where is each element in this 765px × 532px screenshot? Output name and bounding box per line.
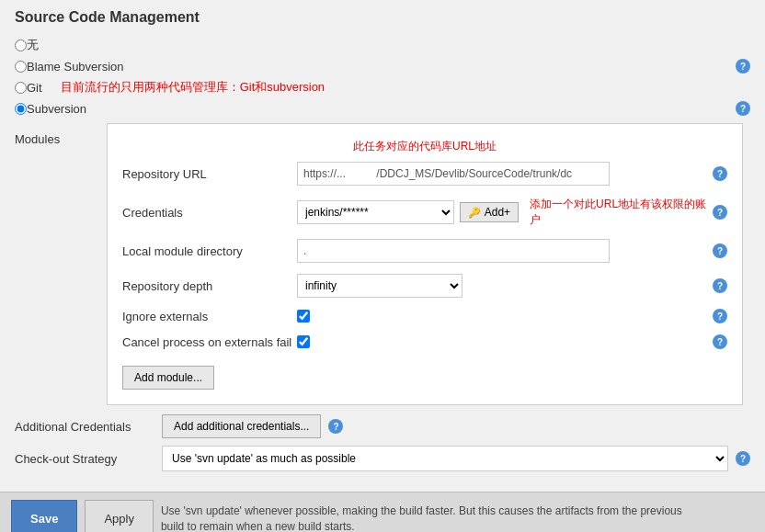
checkout-strategy-row: Check-out Strategy Use 'svn update' as m… — [15, 446, 750, 471]
local-dir-row: Local module directory ? — [122, 239, 727, 263]
ignore-externals-label: Ignore externals — [122, 310, 297, 323]
key-icon: 🔑 — [468, 207, 481, 219]
modules-label: Modules — [15, 123, 107, 146]
add-credentials-button[interactable]: 🔑 Add+ — [460, 202, 519, 222]
checkout-strategy-select[interactable]: Use 'svn update' as much as possible Alw… — [162, 446, 728, 471]
ignore-externals-control: ? — [297, 309, 727, 323]
ignore-externals-checkbox[interactable] — [297, 310, 310, 323]
add-btn-label: Add+ — [485, 206, 510, 219]
option-none-label: 无 — [27, 37, 39, 53]
credentials-select[interactable]: jenkins/****** — [297, 200, 454, 224]
repo-depth-select[interactable]: infinity files immediates empty — [297, 274, 462, 298]
add-module-button[interactable]: Add module... — [122, 366, 214, 390]
repo-depth-control: infinity files immediates empty ? — [297, 274, 727, 298]
local-dir-control: ? — [297, 239, 727, 263]
subversion-help-icon[interactable]: ? — [736, 101, 750, 116]
option-blame-radio[interactable] — [15, 61, 27, 73]
option-subversion-row: Subversion ? — [15, 101, 750, 116]
ignore-externals-row: Ignore externals ? — [122, 309, 727, 323]
option-blame-row: Blame Subversion ? — [15, 59, 750, 74]
url-annotation: 此任务对应的代码库URL地址 — [122, 139, 727, 154]
apply-button[interactable]: Apply — [85, 500, 154, 532]
repo-depth-row: Repository depth infinity files immediat… — [122, 274, 727, 298]
credentials-help-icon[interactable]: ? — [713, 205, 727, 220]
checkout-help-icon[interactable]: ? — [736, 451, 750, 466]
cancel-process-label: Cancel process on externals fail — [122, 335, 297, 349]
add-additional-cred-button[interactable]: Add additional credentials... — [162, 414, 321, 438]
save-button[interactable]: Save — [11, 500, 77, 532]
git-annotation: 目前流行的只用两种代码管理库：Git和subversion — [61, 79, 325, 96]
option-subversion-radio[interactable] — [15, 103, 27, 115]
option-git-label: Git — [27, 81, 42, 95]
repo-url-control: ? — [297, 162, 727, 186]
page-title: Source Code Management — [15, 9, 750, 26]
ignore-externals-help-icon[interactable]: ? — [713, 309, 727, 323]
cancel-process-control: ? — [297, 334, 727, 349]
repo-depth-help-icon[interactable]: ? — [713, 278, 727, 293]
repo-url-row: Repository URL ? — [122, 162, 727, 186]
blame-help-icon[interactable]: ? — [736, 59, 750, 74]
local-dir-label: Local module directory — [122, 244, 297, 258]
local-dir-input[interactable] — [297, 239, 610, 263]
scm-options-group: 无 Blame Subversion ? Git 目前流行的只用两种代码管理库：… — [15, 37, 750, 116]
option-git-radio[interactable] — [15, 82, 27, 94]
option-git-row: Git 目前流行的只用两种代码管理库：Git和subversion — [15, 79, 750, 96]
cancel-process-help-icon[interactable]: ? — [713, 334, 727, 349]
local-dir-help-icon[interactable]: ? — [713, 243, 727, 258]
cancel-process-checkbox[interactable] — [297, 335, 310, 348]
bottom-section: Additional Credentials Add additional cr… — [15, 414, 750, 471]
cancel-process-row: Cancel process on externals fail ? — [122, 334, 727, 349]
credentials-annotation: 添加一个对此URL地址有该权限的账户 — [530, 197, 707, 228]
footer-bar: Save Apply Use 'svn update' whenever pos… — [0, 492, 765, 532]
subversion-detail-section: Modules 此任务对应的代码库URL地址 Repository URL ? … — [15, 123, 750, 405]
credentials-label: Credentials — [122, 206, 297, 220]
checkout-strategy-label: Check-out Strategy — [15, 452, 162, 466]
footer-description: Use 'svn update' whenever possible, maki… — [161, 500, 694, 532]
credentials-control: jenkins/****** 🔑 Add+ 添加一个对此URL地址有该权限的账户… — [297, 197, 727, 228]
option-subversion-label: Subversion — [27, 102, 86, 116]
repo-url-help-icon[interactable]: ? — [713, 166, 727, 181]
modules-panel: 此任务对应的代码库URL地址 Repository URL ? Credenti… — [107, 123, 743, 405]
additional-credentials-row: Additional Credentials Add additional cr… — [15, 414, 750, 438]
credentials-row: Credentials jenkins/****** 🔑 Add+ 添加一个对此… — [122, 197, 727, 228]
option-none-row: 无 — [15, 37, 750, 53]
option-none-radio[interactable] — [15, 40, 27, 51]
additional-cred-help-icon[interactable]: ? — [328, 419, 343, 434]
additional-cred-label: Additional Credentials — [15, 420, 162, 434]
option-blame-label: Blame Subversion — [27, 60, 124, 74]
repo-url-label: Repository URL — [122, 167, 297, 181]
repo-depth-label: Repository depth — [122, 279, 297, 293]
repo-url-input[interactable] — [297, 162, 610, 186]
